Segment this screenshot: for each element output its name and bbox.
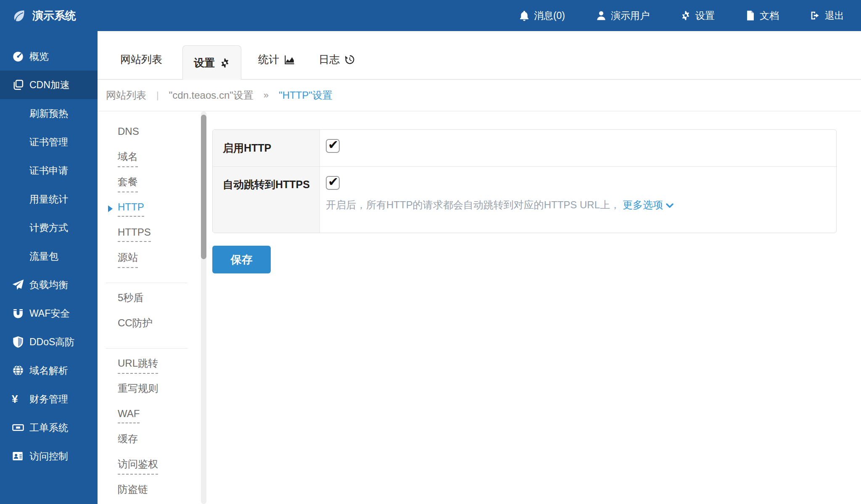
- main-content: 网站列表 设置 统计: [98, 31, 861, 504]
- save-button[interactable]: 保存: [212, 246, 271, 273]
- app-brand: 演示系统: [12, 8, 76, 23]
- messages-button[interactable]: 消息(0): [519, 9, 565, 22]
- breadcrumb-separator: |: [156, 90, 159, 101]
- sidebar-item-label: 用量统计: [29, 193, 68, 206]
- clone-icon: [12, 79, 29, 91]
- check-mark: ✔: [328, 137, 338, 152]
- setting-value: ✔ 开启后，所有HTTP的请求都会自动跳转到对应的HTTPS URL上， 更多选…: [320, 167, 836, 233]
- tab-label: 设置: [194, 56, 215, 70]
- submenu-scrollbar-track[interactable]: [201, 111, 206, 504]
- submenu-item-https[interactable]: HTTPS: [118, 221, 201, 247]
- shield-icon: [12, 336, 29, 348]
- sidebar-item-label: 计费方式: [29, 221, 68, 234]
- magnet-icon: [12, 307, 29, 320]
- submenu-item-domain[interactable]: 域名: [118, 146, 201, 171]
- history-icon: [345, 55, 355, 65]
- settings-label: 设置: [695, 9, 715, 22]
- submenu-scrollbar-thumb[interactable]: [201, 115, 206, 259]
- settings-submenu: DNS 域名 套餐 HTTP HTTPS 源站: [98, 111, 201, 504]
- submenu-item-cc-protection[interactable]: CC防护: [118, 312, 201, 337]
- tab-settings[interactable]: 设置: [182, 45, 241, 80]
- sidebar-item-usage-stats[interactable]: 用量统计: [0, 185, 98, 213]
- ticket-icon: [12, 421, 29, 434]
- redirect-hint: 开启后，所有HTTP的请求都会自动跳转到对应的HTTPS URL上， 更多选项: [326, 198, 836, 212]
- sidebar-item-cert-apply[interactable]: 证书申请: [0, 156, 98, 185]
- submenu-item-plan[interactable]: 套餐: [118, 171, 201, 196]
- hint-text: 开启后，所有HTTP的请求都会自动跳转到对应的HTTPS URL上，: [326, 198, 620, 212]
- bell-icon: [519, 10, 529, 21]
- submenu-item-waf[interactable]: WAF: [118, 403, 201, 428]
- sidebar-nav: 概览 CDN加速 刷新预热 证书管理 证书申请 用量统计 计费方式: [0, 31, 98, 504]
- sidebar-item-label: 刷新预热: [29, 107, 68, 120]
- id-card-icon: [12, 450, 29, 462]
- sidebar-item-cert-management[interactable]: 证书管理: [0, 128, 98, 156]
- setting-row-redirect-https: 自动跳转到HTTPS ✔ 开启后，所有HTTP的请求都会自动跳转到对应的HTTP…: [213, 167, 836, 233]
- user-name-label: 演示用户: [611, 9, 650, 22]
- paper-plane-icon: [12, 278, 29, 291]
- sidebar-item-finance[interactable]: ¥ 财务管理: [0, 385, 98, 413]
- breadcrumb-site-list[interactable]: 网站列表: [106, 89, 146, 102]
- sidebar-item-cdn[interactable]: CDN加速: [0, 71, 98, 99]
- tab-logs[interactable]: 日志: [315, 52, 358, 79]
- sidebar-item-label: CDN加速: [29, 79, 70, 92]
- globe-icon: [12, 364, 29, 377]
- submenu-item-hotlink-protection[interactable]: 防盗链: [118, 478, 201, 504]
- breadcrumb-current-http: "HTTP"设置: [279, 89, 333, 102]
- sidebar-item-label: 证书申请: [29, 164, 68, 177]
- yen-icon: ¥: [12, 393, 29, 406]
- tab-label: 统计: [258, 52, 279, 66]
- sidebar-item-billing-method[interactable]: 计费方式: [0, 213, 98, 242]
- setting-row-enable-http: 启用HTTP ✔: [213, 130, 836, 167]
- breadcrumb: 网站列表 | "cdn.teaos.cn"设置 » "HTTP"设置: [98, 80, 861, 111]
- setting-label: 自动跳转到HTTPS: [213, 167, 320, 233]
- breadcrumb-separator: »: [264, 90, 269, 101]
- tab-stats[interactable]: 统计: [255, 52, 298, 79]
- sidebar-item-waf-security[interactable]: WAF安全: [0, 299, 98, 328]
- sidebar-item-dns-resolution[interactable]: 域名解析: [0, 356, 98, 385]
- sidebar-item-overview[interactable]: 概览: [0, 42, 98, 71]
- redirect-https-checkbox[interactable]: ✔: [326, 176, 340, 190]
- docs-button[interactable]: 文档: [746, 9, 779, 22]
- check-mark: ✔: [328, 174, 338, 189]
- enable-http-checkbox[interactable]: ✔: [326, 139, 340, 153]
- area-chart-icon: [284, 55, 295, 65]
- setting-label: 启用HTTP: [213, 130, 320, 166]
- settings-button[interactable]: 设置: [681, 9, 715, 22]
- sidebar-item-label: 工单系统: [29, 421, 68, 434]
- submenu-divider: [106, 348, 188, 349]
- user-menu-button[interactable]: 演示用户: [596, 9, 650, 22]
- submenu-item-cache[interactable]: 缓存: [118, 428, 201, 453]
- topbar-menu: 消息(0) 演示用户 设置: [519, 9, 844, 22]
- gear-icon: [681, 10, 691, 21]
- submenu-item-rewrite-rules[interactable]: 重写规则: [118, 378, 201, 403]
- submenu-item-url-redirect[interactable]: URL跳转: [118, 352, 201, 378]
- breadcrumb-site-settings[interactable]: "cdn.teaos.cn"设置: [169, 89, 254, 102]
- submenu-item-5s-shield[interactable]: 5秒盾: [118, 287, 201, 312]
- submenu-divider: [106, 283, 188, 283]
- setting-value: ✔: [320, 130, 836, 166]
- more-options-link[interactable]: 更多选项: [623, 198, 673, 212]
- http-settings-panel: 启用HTTP ✔ 自动跳转到HTTPS ✔: [206, 111, 861, 504]
- messages-label: 消息(0): [534, 9, 565, 22]
- sidebar-item-ddos-protection[interactable]: DDoS高防: [0, 328, 98, 356]
- logout-label: 退出: [825, 9, 844, 22]
- sidebar-item-label: 概览: [29, 50, 49, 63]
- submenu-item-http[interactable]: HTTP: [118, 196, 201, 221]
- sidebar-item-traffic-package[interactable]: 流量包: [0, 242, 98, 270]
- submenu-item-access-auth[interactable]: 访问鉴权: [118, 453, 201, 478]
- submenu-item-dns[interactable]: DNS: [118, 121, 201, 146]
- sidebar-item-tickets[interactable]: 工单系统: [0, 413, 98, 442]
- sidebar-item-access-control[interactable]: 访问控制: [0, 442, 98, 470]
- sidebar-item-refresh-preheat[interactable]: 刷新预热: [0, 99, 98, 128]
- leaf-logo-icon: [12, 8, 26, 23]
- settings-table: 启用HTTP ✔ 自动跳转到HTTPS ✔: [212, 129, 837, 233]
- sidebar-item-label: 证书管理: [29, 136, 68, 149]
- logout-button[interactable]: 退出: [810, 9, 844, 22]
- document-icon: [746, 10, 755, 21]
- sidebar-item-load-balancer[interactable]: 负载均衡: [0, 270, 98, 299]
- active-arrow-icon: [108, 205, 113, 212]
- submenu-item-origin[interactable]: 源站: [118, 247, 201, 272]
- tab-site-list[interactable]: 网站列表: [117, 52, 166, 79]
- sidebar-item-label: 访问控制: [29, 450, 68, 463]
- sidebar-item-label: 流量包: [29, 250, 58, 263]
